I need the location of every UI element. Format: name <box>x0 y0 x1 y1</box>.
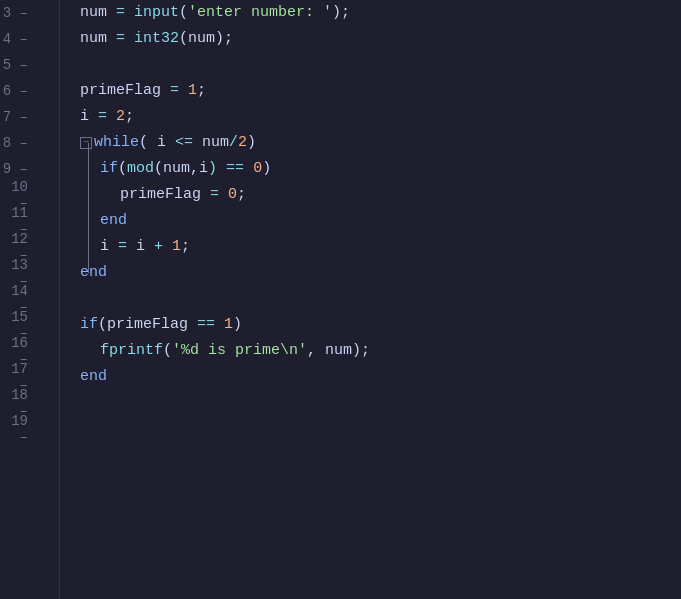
token-punc: ( <box>154 156 163 182</box>
token-punc: ( <box>98 312 107 338</box>
code-line: primeFlag = 0; <box>64 182 681 208</box>
token-var: num <box>80 26 107 52</box>
token-op: ) == <box>208 156 253 182</box>
token-op: + <box>145 234 172 260</box>
token-var: i <box>136 234 145 260</box>
code-line: num = int32(num); <box>64 26 681 52</box>
token-var: num <box>325 338 352 364</box>
token-num-lit: 2 <box>116 104 125 130</box>
code-line: if(primeFlag == 1) <box>64 312 681 338</box>
gutter-row: 4 – <box>0 26 59 52</box>
code-line: i = i + 1; <box>64 234 681 260</box>
line-number: 7 – <box>0 109 36 125</box>
token-num-lit: 2 <box>238 130 247 156</box>
line-number: 3 – <box>0 5 36 21</box>
token-num-lit: 1 <box>224 312 233 338</box>
code-line <box>64 286 681 312</box>
token-var: num <box>202 130 229 156</box>
fold-toggle[interactable]: − <box>80 137 92 149</box>
gutter-row: 6 – <box>0 78 59 104</box>
token-fn: int32 <box>134 26 179 52</box>
line-number: 4 – <box>0 31 36 47</box>
token-kw: end <box>100 208 127 234</box>
gutter-row: 7 – <box>0 104 59 130</box>
token-kw: if <box>80 312 98 338</box>
token-punc: ; <box>197 78 206 104</box>
code-line: num = input('enter number: '); <box>64 0 681 26</box>
token-num-lit: 0 <box>228 182 237 208</box>
code-line <box>64 390 681 416</box>
token-punc: ( <box>139 130 157 156</box>
token-var: primeFlag <box>120 182 201 208</box>
line-number: 5 – <box>0 57 36 73</box>
token-punc: ( <box>179 0 188 26</box>
token-var: num <box>163 156 190 182</box>
gutter-row: 19 – <box>0 416 59 442</box>
gutter-row: 5 – <box>0 52 59 78</box>
token-var: i <box>157 130 166 156</box>
token-var: i <box>199 156 208 182</box>
token-punc: ( <box>179 26 188 52</box>
token-var: num <box>188 26 215 52</box>
line-gutter: 3 –4 –5 –6 –7 –8 –9 –10 –11 –12 –13 –14 … <box>0 0 60 599</box>
token-punc: ) <box>247 130 256 156</box>
token-punc: ); <box>352 338 370 364</box>
token-punc: ; <box>181 234 190 260</box>
token-op: = <box>201 182 228 208</box>
code-line: end <box>64 260 681 286</box>
token-op: <= <box>166 130 202 156</box>
code-line: primeFlag = 1; <box>64 78 681 104</box>
token-num-lit: 0 <box>253 156 262 182</box>
token-punc: ) <box>233 312 242 338</box>
token-str: 'enter number: ' <box>188 0 332 26</box>
token-punc: ); <box>215 26 233 52</box>
code-line: if(mod(num,i) == 0) <box>64 156 681 182</box>
token-punc: , <box>307 338 325 364</box>
token-punc: , <box>190 156 199 182</box>
token-op: = <box>109 234 136 260</box>
code-line <box>64 52 681 78</box>
token-num-lit: 1 <box>172 234 181 260</box>
token-kw: end <box>80 260 107 286</box>
gutter-row: 3 – <box>0 0 59 26</box>
code-line: −while( i <= num/2) <box>64 130 681 156</box>
token-punc: ( <box>118 156 127 182</box>
token-str: '%d is prime\n' <box>172 338 307 364</box>
token-num-lit: 1 <box>188 78 197 104</box>
line-number: 6 – <box>0 83 36 99</box>
line-number: 9 – <box>0 161 36 177</box>
token-var: primeFlag <box>107 312 188 338</box>
token-op: = <box>107 0 134 26</box>
token-var: primeFlag <box>80 78 161 104</box>
token-fn: mod <box>127 156 154 182</box>
token-op: == <box>188 312 224 338</box>
code-line: end <box>64 208 681 234</box>
token-kw: if <box>100 156 118 182</box>
token-punc: ; <box>237 182 246 208</box>
token-kw: while <box>94 130 139 156</box>
token-fn: fprintf <box>100 338 163 364</box>
token-op: = <box>89 104 116 130</box>
code-line <box>64 416 681 442</box>
code-line: end <box>64 364 681 390</box>
token-var: i <box>100 234 109 260</box>
token-op: = <box>107 26 134 52</box>
code-line: fprintf('%d is prime\n', num); <box>64 338 681 364</box>
token-kw: end <box>80 364 107 390</box>
line-number: 8 – <box>0 135 36 151</box>
token-var: num <box>80 0 107 26</box>
code-lines: num = input('enter number: ');num = int3… <box>64 0 681 442</box>
gutter-row: 8 – <box>0 130 59 156</box>
code-line: i = 2; <box>64 104 681 130</box>
line-number: 19 – <box>0 413 36 445</box>
token-op: = <box>161 78 188 104</box>
token-punc: ) <box>262 156 271 182</box>
code-editor: 3 –4 –5 –6 –7 –8 –9 –10 –11 –12 –13 –14 … <box>0 0 681 599</box>
token-punc: ; <box>125 104 134 130</box>
token-punc: ); <box>332 0 350 26</box>
token-punc: ( <box>163 338 172 364</box>
token-op: / <box>229 130 238 156</box>
token-var: i <box>80 104 89 130</box>
token-fn: input <box>134 0 179 26</box>
